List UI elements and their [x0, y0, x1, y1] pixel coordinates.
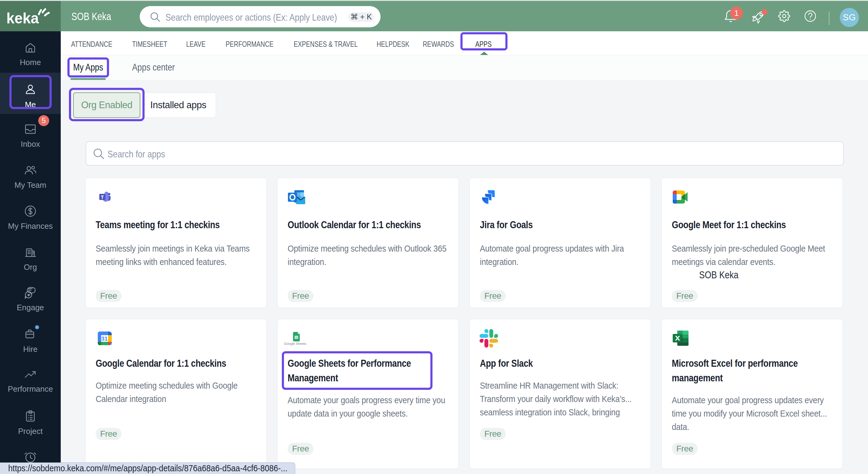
svg-text:31: 31	[101, 335, 108, 342]
